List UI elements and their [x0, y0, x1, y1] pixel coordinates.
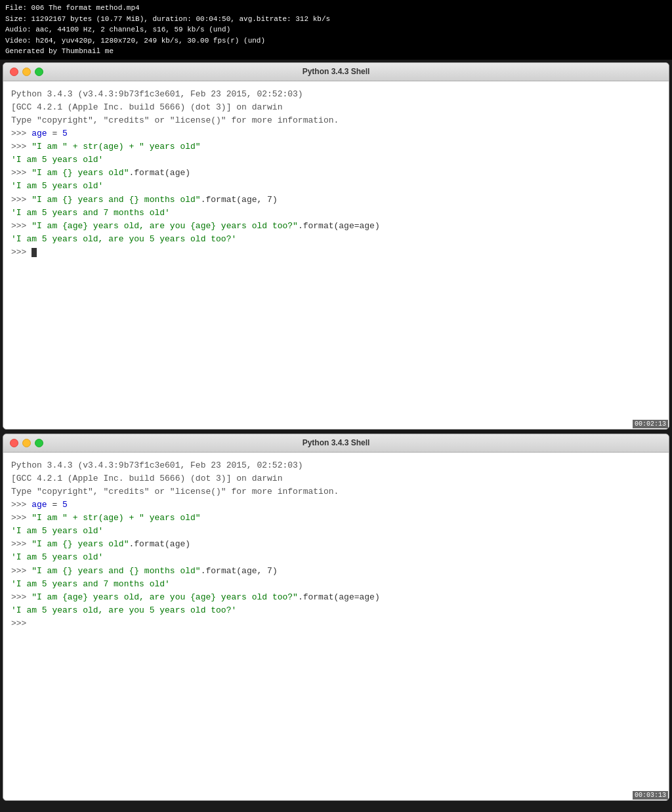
metadata-line2: Size: 11292167 bytes (10.77 MiB), durati…	[5, 14, 667, 25]
repl-output-3: 'I am 5 years and 7 months old'	[11, 207, 661, 220]
timestamp2: 00:03:13	[633, 791, 668, 800]
window2: Python 3.4.3 Shell Python 3.4.3 (v3.4.3:…	[3, 434, 669, 801]
shell-info-1-line3: Type "copyright", "credits" or "license(…	[11, 114, 661, 127]
window1-titlebar: Python 3.4.3 Shell	[3, 63, 669, 81]
window2-title: Python 3.4.3 Shell	[303, 438, 370, 447]
metadata-line4: Video: h264, yuv420p, 1280x720, 249 kb/s…	[5, 35, 667, 47]
window1-content: Python 3.4.3 (v3.4.3:9b73f1c3e601, Feb 2…	[3, 81, 669, 429]
window1: Python 3.4.3 Shell Python 3.4.3 (v3.4.3:…	[3, 62, 669, 430]
repl-prompt-cursor-1: >>>	[11, 246, 661, 259]
traffic-lights-2	[10, 439, 43, 447]
repl2-output-1: 'I am 5 years old'	[11, 525, 661, 538]
repl-output-4: 'I am 5 years old, are you 5 years old t…	[11, 233, 661, 246]
window1-title: Python 3.4.3 Shell	[303, 67, 370, 76]
repl2-line-1: >>> age = 5	[11, 498, 661, 512]
repl-line-4: >>> "I am {} years and {} months old".fo…	[11, 193, 661, 207]
close-button-2[interactable]	[10, 439, 18, 447]
metadata-bar: File: 006 The format method.mp4 Size: 11…	[0, 0, 672, 60]
timestamp1: 00:02:13	[633, 420, 668, 428]
shell-info-2-line2: [GCC 4.2.1 (Apple Inc. build 5666) (dot …	[11, 472, 661, 485]
shell-info-1-line2: [GCC 4.2.1 (Apple Inc. build 5666) (dot …	[11, 101, 661, 114]
metadata-line3: Audio: aac, 44100 Hz, 2 channels, s16, 5…	[5, 24, 667, 35]
repl-output-2: 'I am 5 years old'	[11, 180, 661, 193]
repl-line-1: >>> age = 5	[11, 127, 661, 140]
repl-output-1: 'I am 5 years old'	[11, 153, 661, 167]
minimize-button-2[interactable]	[22, 439, 31, 447]
repl2-output-3: 'I am 5 years and 7 months old'	[11, 578, 661, 591]
maximize-button-2[interactable]	[35, 439, 43, 447]
close-button-1[interactable]	[10, 68, 18, 76]
window2-content: Python 3.4.3 (v3.4.3:9b73f1c3e601, Feb 2…	[3, 453, 669, 800]
repl2-output-2: 'I am 5 years old'	[11, 551, 661, 564]
repl2-line-4: >>> "I am {} years and {} months old".fo…	[11, 565, 661, 578]
repl-line-3: >>> "I am {} years old".format(age)	[11, 167, 661, 180]
repl2-line-3: >>> "I am {} years old".format(age)	[11, 538, 661, 551]
shell-info-2-line1: Python 3.4.3 (v3.4.3:9b73f1c3e601, Feb 2…	[11, 459, 661, 472]
window2-wrapper: Python 3.4.3 Shell Python 3.4.3 (v3.4.3:…	[0, 434, 672, 801]
shell-info-1-line1: Python 3.4.3 (v3.4.3:9b73f1c3e601, Feb 2…	[11, 88, 661, 101]
repl2-line-2: >>> "I am " + str(age) + " years old"	[11, 512, 661, 525]
maximize-button-1[interactable]	[35, 68, 43, 76]
window2-titlebar: Python 3.4.3 Shell	[3, 434, 669, 453]
shell-info-2-line3: Type "copyright", "credits" or "license(…	[11, 485, 661, 498]
cursor-1	[32, 248, 37, 257]
repl2-prompt-only: >>>	[11, 617, 661, 630]
repl2-line-5: >>> "I am {age} years old, are you {age}…	[11, 591, 661, 604]
traffic-lights-1	[10, 68, 43, 76]
metadata-line1: File: 006 The format method.mp4	[5, 3, 667, 14]
window1-wrapper: Python 3.4.3 Shell Python 3.4.3 (v3.4.3:…	[0, 62, 672, 430]
repl2-output-4: 'I am 5 years old, are you 5 years old t…	[11, 604, 661, 617]
repl-line-2: >>> "I am " + str(age) + " years old"	[11, 140, 661, 153]
metadata-line5: Generated by Thumbnail me	[5, 46, 667, 57]
repl-line-5: >>> "I am {age} years old, are you {age}…	[11, 220, 661, 233]
minimize-button-1[interactable]	[22, 68, 31, 76]
